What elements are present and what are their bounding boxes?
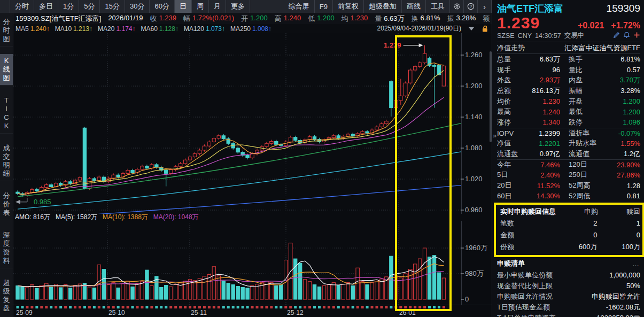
alert-bell-icon[interactable]: [623, 32, 630, 40]
info-label: 均: [342, 14, 348, 24]
date-range-label: 2025/09/04-2026/01/19(90日): [377, 24, 461, 33]
toolbar-tool-6[interactable]: 工具: [426, 0, 450, 13]
period-tab-3[interactable]: 1分: [58, 0, 79, 13]
info-value: 159309.SZ[油气ETF汇添富]: [15, 14, 101, 24]
svg-text:1.140: 1.140: [465, 113, 483, 121]
redemption-label: T日预估现金差额: [497, 303, 550, 312]
svg-text:0: 0: [465, 295, 469, 303]
quote-label: 净值: [497, 138, 528, 148]
sidebar-item-3[interactable]: TICK: [0, 94, 13, 134]
quote-value: 6.63万: [528, 55, 560, 64]
quote-label: 振幅: [569, 86, 608, 96]
col-redeem: 赎回: [598, 207, 640, 217]
info-value: 1.200: [317, 14, 335, 24]
settings-gear-icon[interactable]: [450, 0, 464, 13]
info-segment: 换6.81%: [412, 14, 440, 24]
toolbar-tool-3[interactable]: 前复权: [333, 0, 364, 13]
toolbar-tool-4[interactable]: 超级叠加: [364, 0, 402, 13]
quote-label: 换手: [569, 55, 608, 64]
quote-label: 5日: [497, 170, 528, 180]
quote-label: 总额: [497, 86, 528, 96]
period-tab-2[interactable]: 多日: [34, 0, 58, 13]
subscription-row: 笔数21: [500, 218, 640, 229]
sidebar-item-7[interactable]: 超级复盘: [0, 276, 13, 315]
toolbar-tool-2[interactable]: F9: [315, 0, 333, 13]
quote-value: 1.200: [608, 97, 640, 105]
quote-label: 内盘: [569, 75, 608, 85]
quote-value: 11.52%: [528, 182, 560, 190]
price-pane[interactable]: 1.2601.2001.1401.0801.0200.9601.2790.985: [13, 33, 492, 214]
x-axis-label: 26-01: [399, 309, 416, 316]
security-name: 油气ETF汇添富: [497, 2, 563, 15]
sidebar-item-5[interactable]: 分价表: [0, 189, 13, 220]
period-tab-7[interactable]: 60分: [150, 0, 174, 13]
toolbar-expand-chevron[interactable]: ›: [478, 0, 492, 13]
quote-value: 3.70万: [608, 75, 640, 85]
add-to-watchlist-icon[interactable]: [633, 32, 640, 40]
quote-value: 1.096: [608, 118, 640, 126]
sidebar-item-4[interactable]: 成交明细: [0, 141, 13, 181]
panel-expander[interactable]: »: [493, 132, 496, 140]
x-axis-label: 25-11: [191, 309, 207, 316]
panel-scrollbar[interactable]: [490, 51, 492, 142]
quote-label: 均价: [497, 97, 528, 106]
info-label: 额: [483, 14, 490, 24]
redemption-row: 最小申赎单位份额1,000,000: [497, 270, 640, 281]
ma-value: 1.008↑: [252, 25, 271, 33]
quote-value: 3.28%: [608, 87, 640, 95]
ma-value: 1.128↑: [159, 25, 179, 33]
period-tab-6[interactable]: 30分: [125, 0, 150, 13]
sub-value: 100万: [597, 242, 640, 252]
help-icon[interactable]: ?: [464, 0, 478, 13]
nav-row[interactable]: 净值走势 汇添富中证油气资源ETF: [497, 42, 640, 54]
quote-row: 今年7.46%120日23.90%: [497, 159, 640, 170]
quote-value: 23.90%: [608, 161, 640, 169]
range-dropdown-icon[interactable]: [469, 27, 474, 30]
period-tab-9[interactable]: 周: [192, 0, 209, 13]
edit-pencil-icon[interactable]: [613, 32, 620, 40]
more-ellipsis[interactable]: …: [632, 260, 640, 268]
redemption-row: T日预估现金差额-1602.08元: [497, 302, 640, 313]
sub-value: 1: [597, 219, 640, 227]
period-tab-8[interactable]: 日: [175, 0, 192, 13]
quote-value: 816.13万: [528, 86, 560, 96]
ma-value: 1.073↑: [206, 25, 225, 33]
quote-value: -0.07%: [608, 129, 640, 137]
unlock-icon[interactable]: [482, 25, 488, 33]
quote-value: 1.28: [608, 182, 640, 190]
quote-row: 20日11.52%52周高1.28: [497, 180, 640, 191]
period-tab-10[interactable]: 月: [209, 0, 226, 13]
ma-values-bar: MA51.240↑MA101.213↑MA201.174↑MA601.128↑M…: [13, 24, 492, 33]
info-segment: 开1.200: [241, 14, 268, 24]
period-tab-11[interactable]: 更多: [226, 0, 250, 13]
info-segment: 低1.200: [308, 14, 335, 24]
quote-value: 1.230: [528, 97, 560, 105]
quote-label: 20日: [497, 181, 528, 190]
quote-label: 最高: [497, 107, 528, 117]
ma-item: MA51.240↑: [15, 25, 50, 33]
period-tab-4[interactable]: 5分: [79, 0, 100, 13]
toolbar-tool-5[interactable]: 画线: [402, 0, 426, 13]
period-tab-1[interactable]: 分时: [10, 0, 34, 13]
sub-label: 笔数: [500, 219, 554, 228]
redemption-value: -1602.08元: [550, 303, 640, 312]
quote-value: 14.30%: [528, 192, 560, 200]
period-tab-5[interactable]: 15分: [100, 0, 125, 13]
info-label: 量: [375, 14, 382, 24]
quote-value: 1.240: [528, 108, 560, 116]
info-segment: 量6.63万: [375, 14, 404, 24]
redemption-row: 申购赎回允许情况申购赎回皆允许: [497, 291, 640, 302]
redemption-label: 最小申赎单位份额: [497, 270, 553, 280]
toolbar-tool-1[interactable]: 综合屏: [284, 0, 315, 13]
quote-value: 1.2399: [528, 129, 560, 137]
sidebar-item-2[interactable]: K线图: [0, 54, 13, 86]
info-segment: 收1.239: [150, 14, 176, 24]
sidebar-item-6[interactable]: 深度资料: [0, 228, 13, 268]
ma-value: 1.240↑: [30, 25, 50, 33]
svg-text:980万: 980万: [465, 269, 484, 277]
sidebar-item-1[interactable]: 分时图: [0, 15, 13, 47]
quote-time: 14:30:57: [535, 32, 561, 40]
info-label: 振: [447, 14, 454, 24]
high-annotation: 1.279: [384, 41, 401, 49]
volume-pane[interactable]: 1960万980万0: [13, 221, 492, 305]
